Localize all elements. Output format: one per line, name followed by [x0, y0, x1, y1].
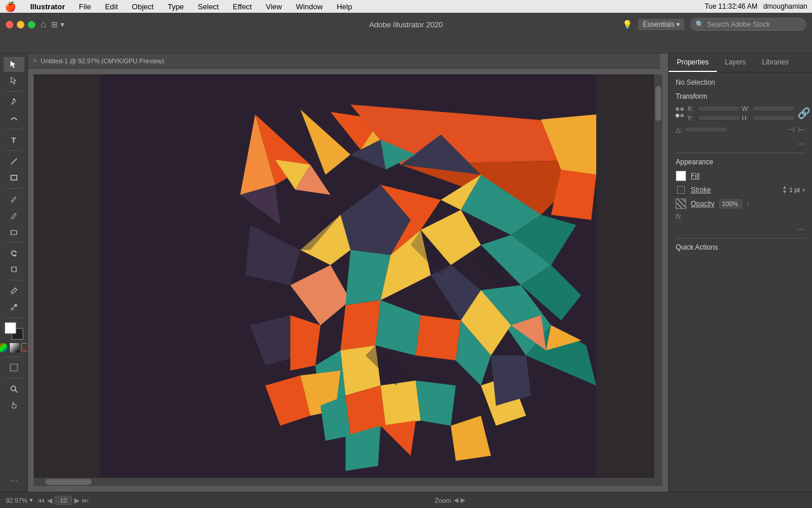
appearance-section: Appearance Fill Stroke ▲ ▼	[676, 158, 805, 235]
tab-close-button[interactable]: ✕	[32, 57, 37, 64]
scale-tool[interactable]	[3, 262, 24, 277]
stroke-spinners: ▲ ▼	[782, 185, 787, 194]
opacity-swatch[interactable]	[676, 199, 686, 209]
fill-swatch[interactable]	[676, 171, 686, 181]
close-button[interactable]	[6, 21, 13, 28]
more-options-icon[interactable]: ···	[798, 139, 805, 149]
search-stock-input[interactable]: 🔍 Search Adobe Stock	[690, 18, 806, 31]
selection-tool[interactable]	[3, 57, 24, 72]
blend-tool[interactable]	[3, 300, 24, 315]
menu-select[interactable]: Select	[195, 2, 221, 11]
stroke-options-chevron[interactable]: ▾	[802, 187, 805, 193]
stroke-row: Stroke ▲ ▼ 1 pt ▾	[676, 185, 805, 195]
color-mode-icon[interactable]	[0, 343, 8, 352]
appearance-more-icon[interactable]: ···	[798, 224, 805, 235]
zoom-dropdown-icon[interactable]: ▾	[30, 496, 33, 504]
line-segment-tool[interactable]	[3, 154, 24, 169]
zoom-tool[interactable]	[3, 381, 24, 397]
h-scroll-thumb[interactable]	[45, 479, 92, 485]
rotate-tool[interactable]	[3, 246, 24, 261]
first-page-button[interactable]: ⏮	[38, 496, 45, 505]
svg-line-7	[13, 307, 14, 308]
zoom-label: Zoom	[435, 497, 451, 504]
current-page[interactable]: 10	[55, 496, 72, 505]
transform-reference-point[interactable]	[676, 107, 684, 119]
opacity-value[interactable]: 100%	[719, 199, 742, 208]
menu-file[interactable]: File	[77, 2, 93, 11]
y-input[interactable]	[699, 116, 740, 120]
none-icon[interactable]	[21, 343, 28, 351]
color-swatches[interactable]	[3, 322, 24, 340]
opacity-expand-icon[interactable]: ›	[747, 200, 749, 208]
menu-view[interactable]: View	[263, 2, 284, 11]
align-right-icon[interactable]: ⊢	[798, 125, 805, 134]
home-icon[interactable]: ⌂	[41, 19, 46, 30]
toolbar-row	[0, 36, 812, 53]
h-input[interactable]	[753, 116, 794, 120]
nav-arrow-right[interactable]: ▶	[461, 496, 465, 504]
stroke-label[interactable]: Stroke	[691, 186, 711, 194]
last-page-button[interactable]: ⏭	[82, 496, 89, 505]
search-stock-placeholder: Search Adobe Stock	[707, 20, 770, 28]
menu-effect[interactable]: Effect	[230, 2, 254, 11]
scroll-thumb[interactable]	[655, 86, 661, 121]
menu-object[interactable]: Object	[129, 2, 156, 11]
curvature-tool[interactable]	[3, 111, 24, 126]
essentials-button[interactable]: Essentials ▾	[638, 19, 684, 30]
prev-page-button[interactable]: ◀	[47, 496, 52, 505]
pencil-tool[interactable]	[3, 208, 24, 223]
app-menu-illustrator[interactable]: Illustrator	[28, 2, 67, 11]
gradient-icon[interactable]	[10, 343, 19, 352]
lightbulb-icon[interactable]: 💡	[622, 20, 632, 29]
tool-separator-7	[6, 318, 22, 318]
stroke-swatch[interactable]	[676, 185, 686, 195]
menu-help[interactable]: Help	[334, 2, 354, 11]
eyedropper-tool[interactable]	[3, 283, 24, 298]
appearance-more: ···	[676, 224, 805, 235]
hand-tool[interactable]	[3, 398, 24, 413]
angle-input[interactable]	[686, 128, 726, 131]
rectangle-tool[interactable]	[3, 170, 24, 185]
title-bar-controls: 💡 Essentials ▾ 🔍 Search Adobe Stock	[622, 18, 806, 31]
transform-title: Transform	[676, 92, 805, 100]
menu-window[interactable]: Window	[293, 2, 325, 11]
more-tools-btn[interactable]: ···	[3, 473, 24, 488]
fill-label[interactable]: Fill	[691, 172, 699, 180]
align-left-icon[interactable]: ⊣	[788, 125, 795, 134]
workspace-switcher[interactable]: ⊞ ▾	[51, 20, 64, 29]
constrain-proportions-icon[interactable]: 🔗	[798, 107, 810, 120]
type-tool[interactable]: T	[3, 132, 24, 147]
next-page-button[interactable]: ▶	[74, 496, 79, 505]
tab-properties[interactable]: Properties	[669, 53, 717, 72]
horizontal-scrollbar[interactable]	[34, 478, 654, 486]
canvas-area[interactable]: ✕ Untitled-1 @ 92.97% (CMYK/GPU Preview)	[28, 53, 668, 492]
tab-libraries[interactable]: Libraries	[754, 53, 797, 72]
svg-point-9	[11, 386, 16, 391]
nav-arrow-left[interactable]: ◀	[454, 496, 458, 504]
fx-label[interactable]: fx	[676, 212, 681, 221]
x-input[interactable]	[699, 107, 740, 110]
stroke-down-icon[interactable]: ▼	[782, 190, 787, 194]
menu-type[interactable]: Type	[165, 2, 186, 11]
vertical-scrollbar[interactable]	[654, 74, 662, 486]
opacity-label[interactable]: Opacity	[691, 200, 715, 208]
svg-marker-51	[416, 380, 456, 426]
paintbrush-tool[interactable]	[3, 192, 24, 207]
direct-selection-tool[interactable]	[3, 73, 24, 88]
apple-menu[interactable]: 🍎	[5, 1, 16, 12]
tab-layers[interactable]: Layers	[717, 53, 754, 72]
title-bar: ⌂ ⊞ ▾ Adobe Illustrator 2020 💡 Essential…	[0, 13, 812, 36]
tools-panel: T	[0, 53, 28, 492]
svg-marker-50	[380, 380, 420, 426]
pen-tool[interactable]	[3, 95, 24, 110]
fullscreen-button[interactable]	[28, 21, 35, 28]
menu-edit[interactable]: Edit	[103, 2, 120, 11]
angle-row: △: ⊣ ⊢	[676, 125, 805, 134]
eraser-tool[interactable]	[3, 224, 24, 239]
right-panel: Properties Layers Libraries No Selection…	[668, 53, 812, 492]
transform-more: ···	[676, 139, 805, 149]
canvas-container[interactable]	[34, 74, 662, 486]
w-input[interactable]	[753, 107, 794, 110]
minimize-button[interactable]	[17, 21, 24, 28]
draw-inside-btn[interactable]	[3, 360, 24, 375]
